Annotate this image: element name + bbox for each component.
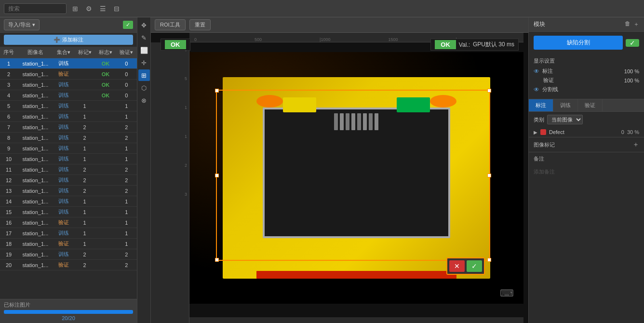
filter-icon[interactable]: ⚙ [84,4,94,13]
col-id: 序号 [0,47,17,58]
ok-badge-right: OK [435,40,456,49]
table-row[interactable]: 17 station_1... 训练 1 1 [0,228,137,239]
table-row[interactable]: 5 station_1... 训练 1 1 [0,101,137,111]
table-row[interactable]: 16 station_1... 验证 1 1 [0,217,137,228]
module-check-button[interactable]: ✓ [626,39,639,47]
table-row[interactable]: 20 station_1... 验证 2 2 [0,260,137,270]
grid-tool-button[interactable]: ⊞ [138,69,150,81]
cell-set: 训练 [54,122,74,133]
select-tool-button[interactable]: ✥ [138,19,150,31]
notes-area[interactable]: 添加备注 [529,165,644,323]
cell-name: station_1... [17,80,53,90]
table-row[interactable]: 15 station_1... 训练 1 1 [0,207,137,217]
col-set[interactable]: 集合▾ [54,47,74,58]
module-icons: 🗑 ＋ [625,20,639,28]
cell-name: station_1... [17,58,53,69]
cell-set: 训练 [54,249,74,260]
cell-id: 18 [0,239,17,249]
cell-name: station_1... [17,196,53,207]
table-row[interactable]: 19 station_1... 训练 2 2 [0,249,137,260]
add-mark-icon[interactable]: ＋ [632,140,639,149]
table-row[interactable]: 9 station_1... 训练 1 1 [0,143,137,154]
cell-flag [95,101,116,111]
cell-verify: 0 [116,58,137,69]
col-mark[interactable]: 标记▾ [74,47,95,58]
cell-verify: 0 [116,69,137,80]
image-canvas[interactable]: ✕ ✓ ⌨ [189,52,523,304]
defect-row[interactable]: ▶ Defect 0 30 % [529,127,644,137]
col-verify[interactable]: 验证▾ [116,47,137,58]
tool-sidebar: ✥ ✎ ⬜ ✛ ⊞ ⬡ ⊗ [137,17,151,323]
cell-flag [95,196,116,207]
confirm-annotation-button[interactable]: ✓ [467,260,482,272]
image-viewer[interactable]: 0 500 |1000 1500 | 0 5 1 1 2 3 [151,33,528,323]
table-row[interactable]: 2 station_1... 验证 OK 0 [0,69,137,80]
cell-id: 20 [0,260,17,270]
class-select[interactable]: 当前图像 [547,115,583,124]
table-row[interactable]: 10 station_1... 训练 1 1 [0,154,137,164]
verify-display-row: 验证 100 % [534,77,639,84]
search-input[interactable] [4,3,67,14]
cell-name: station_1... [17,207,53,217]
tab-annotation[interactable]: 标注 [529,99,553,111]
verify-value: 100 % [624,78,639,83]
settings-icon[interactable]: ⊟ [112,4,121,13]
defect-segmentation-button[interactable]: 缺陷分割 [534,36,623,50]
delete-icon[interactable]: 🗑 [625,20,631,28]
plus-icon[interactable]: ＋ [633,20,639,28]
cell-mark: 2 [74,249,95,260]
table-row[interactable]: 6 station_1... 训练 1 1 [0,111,137,122]
hex-tool-button[interactable]: ⬡ [138,82,150,94]
cell-name: station_1... [17,143,53,154]
table-row[interactable]: 1 station_1... 训练 OK 0 [0,58,137,69]
import-bar: 导入/导出 ▾ ✓ [0,17,137,33]
list-icon[interactable]: ☰ [98,4,108,13]
rotate-tool-button[interactable]: ⊗ [138,94,150,106]
table-row[interactable]: 11 station_1... 训练 2 2 [0,164,137,175]
confirm-check-button[interactable]: ✓ [123,21,133,29]
table-row[interactable]: 3 station_1... 训练 OK 0 [0,80,137,90]
cell-set: 训练 [54,90,74,101]
table-row[interactable]: 4 station_1... 训练 OK 0 [0,90,137,101]
table-row[interactable]: 13 station_1... 训练 2 2 [0,186,137,196]
roi-tool-button[interactable]: ROI工具 [155,19,186,30]
table-row[interactable]: 18 station_1... 验证 1 1 [0,239,137,249]
rect-tool-button[interactable]: ⬜ [138,44,150,56]
reset-button[interactable]: 重置 [189,19,211,30]
table-row[interactable]: 12 station_1... 训练 2 2 [0,175,137,186]
cell-flag: OK [95,90,116,101]
cell-set: 训练 [54,80,74,90]
cell-mark: 2 [74,186,95,196]
horizontal-scrollbar[interactable] [189,317,523,323]
center-panel: ROI工具 重置 0 500 |1000 1500 | 0 5 1 [151,17,528,323]
cell-id: 11 [0,164,17,175]
expand-arrow-icon[interactable]: ▶ [534,130,537,135]
table-row[interactable]: 7 station_1... 训练 2 2 [0,122,137,133]
col-name[interactable]: 图像名 [17,47,53,58]
eye-icon-segline[interactable]: 👁 [534,86,539,93]
import-export-button[interactable]: 导入/导出 ▾ [4,19,40,30]
eye-icon-annotation[interactable]: 👁 [534,68,539,75]
table-row[interactable]: 14 station_1... 训练 1 1 [0,196,137,207]
table-row[interactable]: 8 station_1... 训练 2 2 [0,133,137,143]
cell-verify: 2 [116,164,137,175]
notes-section-header: 备注 [529,152,644,165]
left-panel: 导入/导出 ▾ ✓ ➕ 添加标注 序号 图像名 集合▾ 标记▾ 标志▾ 验证▾ [0,17,137,323]
cross-tool-button[interactable]: ✛ [138,57,150,68]
col-flag[interactable]: 标志▾ [95,47,116,58]
left-ruler: 0 5 1 1 2 3 [151,42,189,323]
add-label-button[interactable]: ➕ 添加标注 [4,35,133,45]
draw-tool-button[interactable]: ✎ [138,32,150,43]
image-mark-section: 图像标记 ＋ [529,137,644,152]
cell-id: 8 [0,133,17,143]
cell-flag [95,186,116,196]
cell-mark: 1 [74,196,95,207]
keyboard-icon[interactable]: ⌨ [500,287,514,299]
grid-icon[interactable]: ⊞ [70,4,80,13]
defect-pct: 30 % [627,129,639,135]
cancel-annotation-button[interactable]: ✕ [449,260,465,272]
cell-verify: 1 [116,207,137,217]
tab-train[interactable]: 训练 [553,99,578,111]
tab-verify[interactable]: 验证 [578,99,603,111]
cell-mark: 1 [74,101,95,111]
